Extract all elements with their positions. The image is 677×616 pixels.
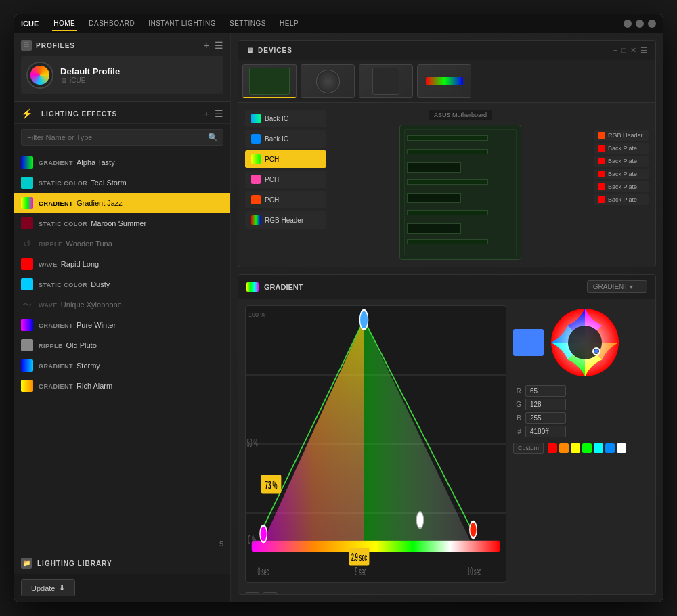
- devices-menu-button[interactable]: ☰: [640, 46, 647, 55]
- effect-name: Wooden Tuna: [66, 240, 112, 248]
- maximize-button[interactable]: [636, 20, 644, 28]
- add-profile-button[interactable]: +: [204, 41, 209, 50]
- gradient-curve[interactable]: 100 %: [245, 305, 506, 583]
- mb-right-color: [598, 145, 605, 152]
- effect-item[interactable]: RIPPLEOld Pluto🗑: [14, 335, 230, 355]
- color-wheel-wrap[interactable]: [548, 305, 622, 380]
- color-fields: R G B #: [513, 385, 649, 437]
- update-button[interactable]: Update ⬇: [21, 579, 75, 596]
- mb-control-item[interactable]: PCH: [245, 150, 326, 168]
- download-icon: ⬇: [59, 584, 65, 592]
- preset-swatch[interactable]: [605, 443, 615, 453]
- device-thumb-strip[interactable]: [417, 64, 471, 98]
- nav-home[interactable]: HOME: [52, 17, 77, 31]
- add-stop-button[interactable]: +: [245, 592, 260, 595]
- search-icon[interactable]: 🔍: [208, 133, 218, 142]
- svg-rect-3: [252, 541, 500, 552]
- search-input[interactable]: [21, 129, 223, 146]
- app-window: iCUE HOME DASHBOARD INSTANT LIGHTING SET…: [14, 14, 663, 602]
- effect-name: Dusty: [91, 280, 110, 288]
- svg-text:0 sec: 0 sec: [257, 565, 269, 577]
- nav-dashboard[interactable]: DASHBOARD: [87, 17, 136, 31]
- device-thumb-cooler[interactable]: [301, 64, 355, 98]
- ctrl-color: [251, 154, 261, 164]
- effect-info: GRADIENTAlpha Tasty: [39, 158, 210, 167]
- ctrl-color: [251, 215, 261, 225]
- mb-control-item[interactable]: PCH: [245, 191, 326, 208]
- device-thumb-strip-bg: [418, 65, 471, 97]
- profile-logo: [26, 62, 53, 89]
- cp-top: [359, 310, 368, 330]
- curve-label-100: 100 %: [248, 311, 266, 318]
- preset-swatch[interactable]: [559, 443, 569, 453]
- device-thumb-mb[interactable]: [242, 64, 297, 98]
- devices-close-button[interactable]: ✕: [630, 46, 636, 55]
- effect-item[interactable]: GRADIENTAlpha Tasty🗑: [14, 152, 230, 173]
- mb-control-item[interactable]: RGB Header: [245, 211, 326, 229]
- r-input[interactable]: [525, 385, 566, 397]
- effects-menu-button[interactable]: ☰: [215, 109, 223, 118]
- minimize-button[interactable]: [624, 20, 632, 28]
- color-presets: [548, 443, 626, 453]
- app-logo: iCUE: [21, 20, 39, 28]
- effect-item[interactable]: GRADIENTStormy🗑: [14, 355, 230, 376]
- devices-maximize-button[interactable]: □: [621, 46, 626, 55]
- effect-item[interactable]: GRADIENTGradient Jazz🗑: [14, 193, 230, 213]
- effect-type: GRADIENT: [39, 322, 73, 329]
- mb-label: ASUS Motherboard: [429, 110, 492, 120]
- effect-color-block: [21, 339, 33, 351]
- effect-item[interactable]: GRADIENTRich Alarm🗑: [14, 376, 230, 396]
- main-content: ☰ PROFILES + ☰ Default Profile: [14, 33, 663, 602]
- close-button[interactable]: [648, 20, 656, 28]
- effect-item[interactable]: ↺RIPPLEWooden Tuna🗑: [14, 234, 230, 254]
- device-thumb-mb-bg: [243, 65, 296, 97]
- add-effect-button[interactable]: +: [204, 109, 209, 118]
- gradient-type-dropdown[interactable]: GRADIENT ▾: [587, 280, 647, 293]
- preset-swatch[interactable]: [582, 443, 592, 453]
- pcb-slot-3: [407, 162, 461, 173]
- nav-settings[interactable]: SETTINGS: [228, 17, 267, 31]
- b-input[interactable]: [525, 412, 566, 424]
- effect-item[interactable]: WAVERapid Long🗑: [14, 254, 230, 274]
- svg-text:50 %: 50 %: [247, 437, 258, 449]
- devices-minimize-button[interactable]: −: [613, 46, 617, 55]
- color-swatch-primary[interactable]: [513, 329, 544, 356]
- effect-info: GRADIENTRich Alarm: [39, 382, 210, 390]
- gradient-editor: GRADIENT GRADIENT ▾ 100 %: [238, 274, 656, 595]
- mb-control-item[interactable]: PCH: [245, 171, 326, 188]
- remove-stop-button[interactable]: ✕: [263, 592, 278, 595]
- hex-input[interactable]: [525, 426, 566, 437]
- effect-item[interactable]: GRADIENTPure Winter🗑: [14, 315, 230, 335]
- ctrl-label: Back IO: [265, 135, 289, 143]
- effect-item[interactable]: STATIC COLORMaroon Summer🗑: [14, 213, 230, 234]
- mb-control-item[interactable]: Back IO: [245, 110, 326, 127]
- mb-control-item[interactable]: Back IO: [245, 130, 326, 148]
- preset-swatch[interactable]: [617, 443, 626, 453]
- pcb-slot-1: [407, 135, 488, 141]
- profiles-menu-button[interactable]: ☰: [215, 41, 223, 50]
- effect-item[interactable]: STATIC COLORTeal Storm🗑: [14, 173, 230, 193]
- custom-button[interactable]: Custom: [513, 443, 544, 454]
- effect-info: GRADIENTPure Winter: [39, 321, 210, 329]
- effect-item[interactable]: STATIC COLORDusty🗑: [14, 274, 230, 294]
- effect-type: GRADIENT: [39, 383, 73, 390]
- preset-swatch[interactable]: [548, 443, 557, 453]
- time-input[interactable]: [615, 594, 649, 596]
- g-input[interactable]: [525, 399, 566, 410]
- g-label: G: [513, 401, 521, 408]
- title-bar: iCUE HOME DASHBOARD INSTANT LIGHTING SET…: [14, 14, 663, 33]
- pcb-slot-6: [407, 210, 488, 215]
- color-field-g: G: [513, 399, 649, 410]
- preset-swatch[interactable]: [571, 443, 580, 453]
- effect-type: RIPPLE: [39, 343, 63, 349]
- effect-type: GRADIENT: [39, 160, 73, 167]
- default-profile-item[interactable]: Default Profile 🖥 iCUE: [21, 56, 223, 94]
- effect-item[interactable]: 〜WAVEUnique Xylophone🗑: [14, 294, 230, 315]
- nav-instant-lighting[interactable]: INSTANT LIGHTING: [147, 17, 217, 31]
- b-label: B: [513, 414, 521, 422]
- devices-panel: 🖥 DEVICES − □ ✕ ☰: [238, 40, 656, 267]
- preset-swatch[interactable]: [594, 443, 603, 453]
- device-thumb-fan[interactable]: [359, 64, 413, 98]
- cooler-shape: [316, 70, 340, 93]
- nav-help[interactable]: HELP: [278, 17, 300, 31]
